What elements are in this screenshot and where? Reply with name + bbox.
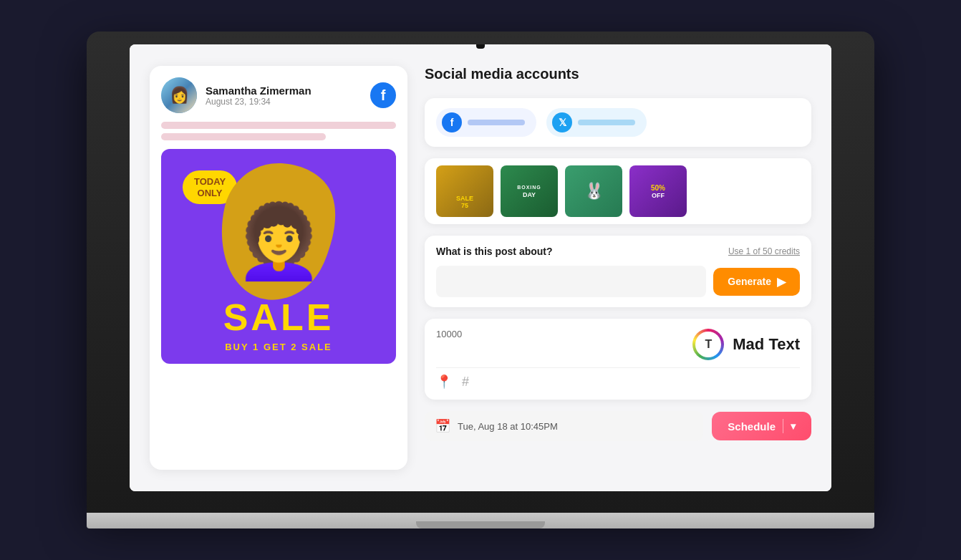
- left-panel: 👩 Samantha Zimerman August 23, 19:34 f: [150, 66, 407, 470]
- hashtag-row: 📍 #: [436, 367, 800, 390]
- generate-question: What is this post about?: [436, 246, 553, 257]
- screen-content: 👩 Samantha Zimerman August 23, 19:34 f: [130, 44, 831, 491]
- mad-text-card: 10000 T Mad Text 📍 #: [425, 319, 811, 400]
- facebook-account[interactable]: f: [436, 108, 536, 137]
- post-image: 👩‍🦱 TODAY ONLY SALE BUY 1 GET 2 SALE: [161, 149, 396, 364]
- generate-arrow-icon: ▶: [777, 275, 786, 289]
- calendar-icon: 📅: [435, 418, 450, 434]
- laptop-screen: 👩 Samantha Zimerman August 23, 19:34 f: [130, 44, 831, 491]
- generate-input-row: Generate ▶: [436, 266, 800, 297]
- date-pill[interactable]: 📅 Tue, Aug 18 at 10:45PM: [425, 411, 703, 441]
- generate-header: What is this post about? Use 1 of 50 cre…: [436, 246, 800, 257]
- laptop-foot: [416, 521, 545, 528]
- post-text-line-2: [161, 133, 326, 140]
- generate-button[interactable]: Generate ▶: [713, 268, 800, 296]
- post-text-line-1: [161, 122, 396, 129]
- post-header: 👩 Samantha Zimerman August 23, 19:34 f: [161, 77, 396, 113]
- twitter-circle-icon: 𝕏: [552, 112, 572, 132]
- laptop-base: [87, 513, 874, 528]
- schedule-date-text: Tue, Aug 18 at 10:45PM: [458, 421, 558, 432]
- twitter-account[interactable]: 𝕏: [546, 108, 647, 137]
- generate-input[interactable]: [436, 266, 706, 297]
- post-user-name: Samantha Zimerman: [206, 85, 362, 97]
- schedule-dropdown-icon[interactable]: ▾: [791, 420, 796, 432]
- right-panel: Social media accounts f 𝕏: [425, 66, 811, 470]
- schedule-btn-label: Schedule: [728, 420, 776, 433]
- facebook-circle-icon: f: [442, 112, 462, 132]
- mad-text-label: Mad Text: [733, 335, 800, 354]
- generate-btn-label: Generate: [728, 276, 771, 287]
- sale-main-text: SALE: [223, 296, 334, 339]
- twitter-account-line: [578, 120, 635, 125]
- laptop: 👩 Samantha Zimerman August 23, 19:34 f: [87, 32, 874, 528]
- avatar-image: 👩: [161, 77, 197, 113]
- avatar: 👩: [161, 77, 197, 113]
- location-icon[interactable]: 📍: [436, 374, 452, 390]
- laptop-body: 👩 Samantha Zimerman August 23, 19:34 f: [87, 32, 874, 513]
- template-easter[interactable]: 🐰: [565, 165, 622, 217]
- social-accounts-row: f 𝕏: [436, 108, 800, 137]
- schedule-button[interactable]: Schedule ▾: [712, 412, 811, 440]
- facebook-account-line: [468, 120, 525, 125]
- template-boxing-day[interactable]: BOXING DAY: [501, 165, 558, 217]
- mad-text-logo-inner: T: [695, 332, 721, 357]
- sale-sub-text: BUY 1 GET 2 SALE: [225, 342, 332, 352]
- credits-link[interactable]: Use 1 of 50 credits: [728, 246, 800, 256]
- post-user-info: Samantha Zimerman August 23, 19:34: [206, 85, 362, 107]
- character-count: 10000: [436, 329, 684, 339]
- facebook-icon: f: [370, 82, 396, 108]
- templates-card: Sale75 BOXING DAY 🐰: [425, 158, 811, 224]
- social-accounts-card: f 𝕏: [425, 98, 811, 147]
- section-title: Social media accounts: [425, 66, 811, 82]
- screen-notch: [476, 44, 485, 49]
- post-text-preview: [161, 122, 396, 140]
- mad-text-logo: T: [692, 329, 724, 360]
- hashtag-icon[interactable]: #: [462, 375, 469, 390]
- schedule-row: 📅 Tue, Aug 18 at 10:45PM Schedule ▾: [425, 411, 811, 441]
- post-date: August 23, 19:34: [206, 97, 362, 107]
- template-sale2[interactable]: 50% OFF: [629, 165, 687, 217]
- generate-card: What is this post about? Use 1 of 50 cre…: [425, 236, 811, 307]
- schedule-divider: [783, 419, 783, 433]
- mad-text-row: 10000 T Mad Text: [436, 329, 800, 360]
- template-sale1[interactable]: Sale75: [436, 165, 493, 217]
